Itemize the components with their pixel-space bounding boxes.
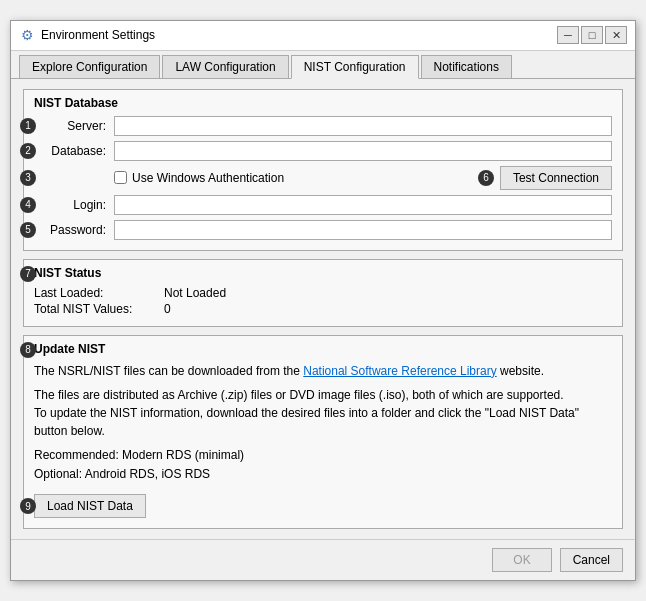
number-1: 1 (20, 118, 36, 134)
update-text-1: The NSRL/NIST files can be downloaded fr… (34, 362, 612, 380)
login-label: Login: (34, 198, 114, 212)
update-nist-title: Update NIST (34, 342, 612, 356)
minimize-button[interactable]: ─ (557, 26, 579, 44)
last-loaded-label: Last Loaded: (34, 286, 164, 300)
main-content: NIST Database 1 Server: 2 Database: 3 Us… (11, 79, 635, 539)
bottom-bar: OK Cancel (11, 539, 635, 580)
close-button[interactable]: ✕ (605, 26, 627, 44)
ok-button[interactable]: OK (492, 548, 551, 572)
title-buttons: ─ □ ✕ (557, 26, 627, 44)
tab-bar: Explore Configuration LAW Configuration … (11, 51, 635, 79)
nist-database-title: NIST Database (34, 96, 612, 110)
nist-status-section: 7 NIST Status Last Loaded: Not Loaded To… (23, 259, 623, 327)
tab-notifications[interactable]: Notifications (421, 55, 512, 78)
title-bar-left: ⚙ Environment Settings (19, 27, 155, 43)
nist-status-title: NIST Status (34, 266, 226, 280)
update-text-2: The files are distributed as Archive (.z… (34, 386, 612, 440)
number-7: 7 (20, 266, 36, 282)
number-8: 8 (20, 342, 36, 358)
test-connection-button[interactable]: Test Connection (500, 166, 612, 190)
cancel-button[interactable]: Cancel (560, 548, 623, 572)
recommended-text: Recommended: Modern RDS (minimal)Optiona… (34, 446, 612, 484)
number-5: 5 (20, 222, 36, 238)
database-label: Database: (34, 144, 114, 158)
windows-auth-checkbox[interactable] (114, 171, 127, 184)
server-label: Server: (34, 119, 114, 133)
tab-explore[interactable]: Explore Configuration (19, 55, 160, 78)
nist-database-section: NIST Database 1 Server: 2 Database: 3 Us… (23, 89, 623, 251)
total-values-value: 0 (164, 302, 226, 316)
windows-auth-label: Use Windows Authentication (132, 171, 284, 185)
last-loaded-value: Not Loaded (164, 286, 226, 300)
number-4: 4 (20, 197, 36, 213)
title-bar: ⚙ Environment Settings ─ □ ✕ (11, 21, 635, 51)
number-6: 6 (478, 170, 494, 186)
password-input[interactable] (114, 220, 612, 240)
nsrl-link[interactable]: National Software Reference Library (303, 364, 496, 378)
update-nist-section: 8 Update NIST The NSRL/NIST files can be… (23, 335, 623, 529)
tab-law[interactable]: LAW Configuration (162, 55, 288, 78)
load-nist-button[interactable]: Load NIST Data (34, 494, 146, 518)
login-input[interactable] (114, 195, 612, 215)
number-2: 2 (20, 143, 36, 159)
main-window: ⚙ Environment Settings ─ □ ✕ Explore Con… (10, 20, 636, 581)
window-title: Environment Settings (41, 28, 155, 42)
total-values-label: Total NIST Values: (34, 302, 164, 316)
window-icon: ⚙ (19, 27, 35, 43)
number-3: 3 (20, 170, 36, 186)
maximize-button[interactable]: □ (581, 26, 603, 44)
tab-nist[interactable]: NIST Configuration (291, 55, 419, 79)
database-input[interactable] (114, 141, 612, 161)
server-input[interactable] (114, 116, 612, 136)
password-label: Password: (34, 223, 114, 237)
status-grid: Last Loaded: Not Loaded Total NIST Value… (34, 286, 226, 316)
